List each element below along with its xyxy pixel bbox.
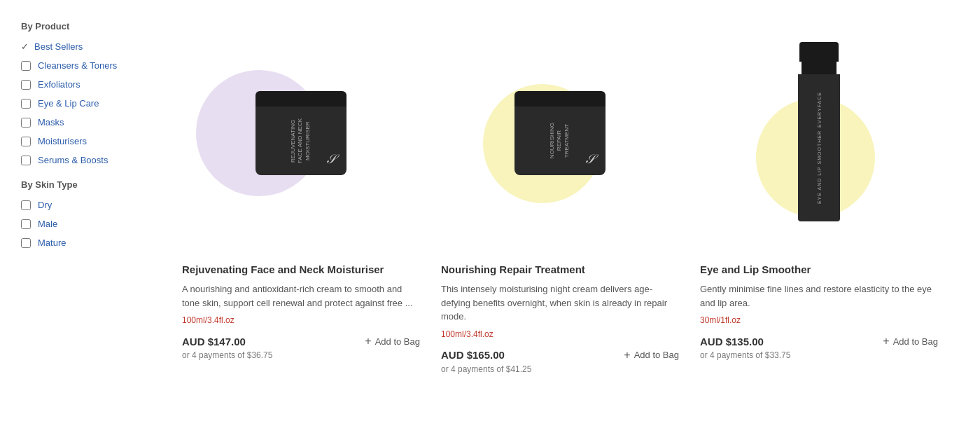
filter-serums-boosts-checkbox[interactable] bbox=[21, 156, 31, 165]
add-to-bag-label-3: Add to Bag bbox=[893, 336, 938, 347]
filter-male[interactable]: Male bbox=[21, 219, 168, 229]
filter-exfoliators-checkbox[interactable] bbox=[21, 80, 31, 90]
filter-masks-checkbox[interactable] bbox=[21, 118, 31, 128]
jar-signature-1: 𝒮 bbox=[326, 152, 335, 167]
filter-best-sellers[interactable]: ✓ Best Sellers bbox=[21, 41, 168, 52]
jar-body-2: NOURISHINGREPAIRTREATMENT 𝒮 bbox=[514, 106, 606, 175]
jar-body-1: REJUVENATINGFACE AND NECKMOISTURISER 𝒮 bbox=[255, 106, 346, 175]
product-price-row-3: AUD $135.00 + Add to Bag bbox=[700, 335, 938, 348]
filter-exfoliators[interactable]: Exfoliators bbox=[21, 79, 168, 90]
product-desc-1: A nourishing and antioxidant-rich cream … bbox=[182, 282, 420, 310]
add-icon-1: + bbox=[365, 335, 371, 348]
add-to-bag-button-2[interactable]: + Add to Bag bbox=[624, 349, 679, 362]
product-payment-1: or 4 payments of $36.75 bbox=[182, 350, 420, 360]
jar-label-1: REJUVENATINGFACE AND NECKMOISTURISER bbox=[290, 118, 312, 163]
product-name-2: Nourishing Repair Treatment bbox=[441, 263, 679, 275]
product-image-3: EVERYFACE EYE AND LIP SMOOTHER bbox=[700, 14, 938, 252]
page-container: By Product ✓ Best Sellers Cleansers & To… bbox=[0, 0, 980, 388]
product-image-2: NOURISHINGREPAIRTREATMENT 𝒮 bbox=[441, 14, 679, 252]
filter-serums-boosts[interactable]: Serums & Boosts bbox=[21, 155, 168, 165]
add-to-bag-button-3[interactable]: + Add to Bag bbox=[883, 335, 938, 348]
sidebar: By Product ✓ Best Sellers Cleansers & To… bbox=[21, 14, 182, 374]
filter-cleansers-toners[interactable]: Cleansers & Toners bbox=[21, 60, 168, 71]
jar-lid-1 bbox=[255, 91, 346, 106]
add-to-bag-label-2: Add to Bag bbox=[634, 350, 679, 360]
jar-product-2: NOURISHINGREPAIRTREATMENT 𝒮 bbox=[514, 91, 606, 175]
filter-mature[interactable]: Mature bbox=[21, 238, 168, 248]
tube-body-3: EVERYFACE EYE AND LIP SMOOTHER bbox=[798, 74, 840, 221]
filter-dry-checkbox[interactable] bbox=[21, 200, 31, 210]
filter-moisturisers[interactable]: Moisturisers bbox=[21, 136, 168, 146]
filter-cleansers-toners-checkbox[interactable] bbox=[21, 61, 31, 71]
tube-product-3: EVERYFACE EYE AND LIP SMOOTHER bbox=[798, 42, 840, 224]
filter-masks-label: Masks bbox=[38, 117, 64, 128]
product-image-1: REJUVENATINGFACE AND NECKMOISTURISER 𝒮 bbox=[182, 14, 420, 252]
jar-product-1: REJUVENATINGFACE AND NECKMOISTURISER 𝒮 bbox=[255, 91, 346, 175]
product-payment-3: or 4 payments of $33.75 bbox=[700, 350, 938, 360]
by-skin-type-heading: By Skin Type bbox=[21, 179, 168, 190]
filter-best-sellers-label: Best Sellers bbox=[34, 41, 83, 52]
jar-signature-2: 𝒮 bbox=[585, 152, 594, 167]
add-icon-3: + bbox=[883, 335, 889, 348]
product-volume-2: 100ml/3.4fl.oz bbox=[441, 329, 679, 339]
add-to-bag-button-1[interactable]: + Add to Bag bbox=[365, 335, 420, 348]
filter-mature-checkbox[interactable] bbox=[21, 238, 31, 248]
product-volume-3: 30ml/1fl.oz bbox=[700, 315, 938, 325]
filter-male-label: Male bbox=[38, 219, 57, 229]
product-desc-2: This intensely moisturising night cream … bbox=[441, 282, 679, 324]
product-volume-1: 100ml/3.4fl.oz bbox=[182, 315, 420, 325]
product-card-2: NOURISHINGREPAIRTREATMENT 𝒮 Nourishing R… bbox=[441, 14, 679, 374]
jar-lid-2 bbox=[514, 91, 606, 106]
product-desc-3: Gently minimise fine lines and restore e… bbox=[700, 282, 938, 310]
filter-eye-lip-care-checkbox[interactable] bbox=[21, 99, 31, 109]
tube-cap-3 bbox=[799, 42, 839, 62]
product-price-2: AUD $165.00 bbox=[441, 349, 505, 361]
filter-masks[interactable]: Masks bbox=[21, 117, 168, 128]
tube-neck-3 bbox=[802, 62, 836, 74]
filter-dry[interactable]: Dry bbox=[21, 200, 168, 210]
filter-mature-label: Mature bbox=[38, 238, 66, 248]
filter-male-checkbox[interactable] bbox=[21, 219, 31, 229]
product-info-3: Eye and Lip Smoother Gently minimise fin… bbox=[700, 252, 938, 360]
filter-dry-label: Dry bbox=[38, 200, 52, 210]
tube-brand-3: EVERYFACE bbox=[817, 92, 822, 128]
product-price-row-1: AUD $147.00 + Add to Bag bbox=[182, 335, 420, 348]
product-card-3: EVERYFACE EYE AND LIP SMOOTHER Eye and L… bbox=[700, 14, 938, 360]
product-name-3: Eye and Lip Smoother bbox=[700, 263, 938, 275]
filter-moisturisers-checkbox[interactable] bbox=[21, 137, 31, 146]
filter-eye-lip-care-label: Eye & Lip Care bbox=[38, 98, 99, 109]
tube-product-label-3: EYE AND LIP SMOOTHER bbox=[817, 130, 822, 204]
checkmark-icon: ✓ bbox=[21, 41, 29, 52]
filter-eye-lip-care[interactable]: Eye & Lip Care bbox=[21, 98, 168, 109]
product-price-3: AUD $135.00 bbox=[700, 336, 764, 348]
product-info-1: Rejuvenating Face and Neck Moisturiser A… bbox=[182, 252, 420, 360]
add-icon-2: + bbox=[624, 349, 630, 362]
product-price-1: AUD $147.00 bbox=[182, 336, 246, 348]
product-card-1: REJUVENATINGFACE AND NECKMOISTURISER 𝒮 R… bbox=[182, 14, 420, 360]
filter-serums-boosts-label: Serums & Boosts bbox=[38, 155, 108, 165]
jar-label-2: NOURISHINGREPAIRTREATMENT bbox=[549, 123, 570, 158]
product-info-2: Nourishing Repair Treatment This intense… bbox=[441, 252, 679, 374]
add-to-bag-label-1: Add to Bag bbox=[375, 336, 420, 347]
product-payment-2: or 4 payments of $41.25 bbox=[441, 364, 679, 374]
by-product-heading: By Product bbox=[21, 21, 168, 32]
product-name-1: Rejuvenating Face and Neck Moisturiser bbox=[182, 263, 420, 275]
product-price-row-2: AUD $165.00 + Add to Bag bbox=[441, 349, 679, 362]
products-grid: REJUVENATINGFACE AND NECKMOISTURISER 𝒮 R… bbox=[182, 14, 959, 374]
filter-moisturisers-label: Moisturisers bbox=[38, 136, 87, 146]
filter-exfoliators-label: Exfoliators bbox=[38, 79, 80, 90]
filter-cleansers-toners-label: Cleansers & Toners bbox=[38, 60, 117, 71]
